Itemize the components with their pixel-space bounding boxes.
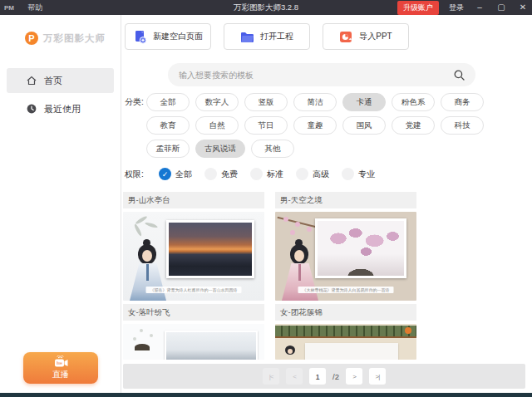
next-page-button[interactable]: >: [346, 368, 362, 385]
pagination-bar: |< < 1 /2 > >|: [123, 364, 525, 389]
template-thumbnail-partial-roof[interactable]: [275, 324, 416, 360]
category-tag[interactable]: 童趣: [293, 116, 337, 135]
template-title-bar[interactable]: 女-落叶纷飞: [123, 304, 264, 321]
app-menu-pm[interactable]: PM: [4, 4, 14, 12]
category-tag[interactable]: 党建: [392, 116, 435, 135]
category-tag[interactable]: 竖版: [244, 93, 288, 111]
maximize-button[interactable]: ▢: [495, 0, 507, 15]
category-filter-row-2: 教育 自然 节日 童趣 国风 党建 科技: [125, 116, 484, 135]
open-project-folder-icon: [240, 31, 254, 43]
mountain-photo: [165, 331, 258, 360]
blossom-decor: [295, 222, 300, 227]
logo-p-icon: P: [25, 32, 38, 45]
category-tag[interactable]: 其他: [251, 140, 294, 158]
category-tag[interactable]: 孟菲斯: [146, 140, 190, 158]
category-tag[interactable]: 节日: [244, 116, 288, 135]
import-ppt-icon: [339, 30, 353, 44]
logo-text: 万彩图影大师: [43, 32, 106, 45]
clock-icon: [27, 104, 37, 114]
category-tag[interactable]: 数字人: [195, 93, 239, 111]
category-tag[interactable]: 自然: [195, 116, 239, 135]
permission-option-professional[interactable]: 专业: [342, 168, 375, 180]
category-filter-row-3: 孟菲斯 古风说话 其他: [125, 140, 294, 158]
search-input[interactable]: [179, 71, 454, 80]
blank-photo: [305, 343, 398, 360]
help-menu[interactable]: 帮助: [27, 2, 42, 13]
template-grid: 男-山水亭台 男-天空之境 《望岳》背景为诗人杜甫所作的一首山水田园诗: [123, 192, 416, 363]
figure-hat-decor: [135, 344, 150, 350]
snow-dot-decor: [150, 334, 153, 337]
radio-unchecked-icon[interactable]: [204, 168, 217, 180]
action-buttons: 新建空白页面 打开工程 导入PPT: [125, 23, 409, 50]
sidebar-item-recent[interactable]: 最近使用: [7, 96, 114, 121]
sidebar-item-label: 首页: [44, 75, 62, 87]
current-page-number: 1: [309, 368, 326, 385]
permission-option-label: 高级: [313, 169, 329, 180]
live-camera-icon: live: [52, 355, 70, 368]
bamboo-leaf-decor: [145, 222, 158, 229]
permission-option-label: 专业: [358, 169, 375, 180]
sidebar-menu: 首页 最近使用: [0, 65, 121, 125]
template-thumbnail-partial-mountains[interactable]: [123, 324, 264, 360]
blossom-photo: [315, 218, 406, 278]
blossom-decor: [307, 227, 312, 232]
category-tag-selected[interactable]: 古风说话: [195, 140, 245, 158]
permission-option-standard[interactable]: 标准: [250, 168, 283, 180]
total-pages: /2: [332, 372, 339, 381]
template-thumbnail-flower-brocade[interactable]: 《大林寺桃花》背景为诗人白居易所作的一首诗: [275, 212, 416, 301]
bamboo-leaf-decor: [133, 223, 142, 237]
blossom-decor: [290, 230, 295, 235]
import-ppt-button[interactable]: 导入PPT: [323, 23, 409, 50]
live-button-label: 直播: [52, 369, 69, 380]
template-title-bar[interactable]: 男-山水亭台: [123, 192, 264, 208]
template-title-bar[interactable]: 女-团花簇锦: [275, 304, 416, 321]
radio-unchecked-icon[interactable]: [342, 168, 354, 180]
sunset-photo: [166, 220, 254, 278]
live-streaming-button[interactable]: live 直播: [23, 352, 98, 384]
snow-dot-decor: [140, 329, 143, 332]
home-icon: [27, 76, 37, 86]
radio-checked-icon[interactable]: ✓: [159, 168, 171, 180]
window-bottom-edge: [0, 393, 532, 397]
template-caption: 《望岳》背景为诗人杜甫所作的一首山水田园诗: [146, 287, 242, 293]
new-blank-page-icon: [133, 30, 147, 44]
minimize-button[interactable]: –: [474, 0, 485, 15]
radio-unchecked-icon[interactable]: [250, 168, 263, 180]
permission-option-advanced[interactable]: 高级: [296, 168, 329, 180]
category-tag[interactable]: 国风: [342, 116, 386, 135]
permission-label: 权限:: [125, 169, 146, 180]
category-tag[interactable]: 简洁: [293, 93, 337, 111]
category-tag-selected[interactable]: 卡通: [342, 93, 386, 111]
template-thumbnail-falling-leaves[interactable]: 《望岳》背景为诗人杜甫所作的一首山水田园诗: [123, 212, 264, 301]
last-page-button[interactable]: >|: [369, 368, 386, 385]
permission-option-label: 标准: [267, 169, 283, 180]
category-filter-row-1: 分类: 全部 数字人 竖版 简洁 卡通 粉色系 商务: [125, 93, 484, 111]
permission-filter-row: 权限: ✓ 全部 免费 标准 高级 专业: [125, 168, 375, 180]
close-button[interactable]: ✕: [517, 0, 529, 15]
category-tag[interactable]: 科技: [441, 116, 484, 135]
permission-option-free[interactable]: 免费: [204, 168, 238, 180]
upgrade-account-button[interactable]: 升级账户: [397, 1, 439, 15]
template-search-bar: [168, 63, 475, 86]
main-content: 新建空白页面 打开工程 导入PPT 分类:: [121, 15, 532, 397]
search-icon[interactable]: [454, 70, 465, 81]
category-tag[interactable]: 全部: [146, 93, 190, 111]
snow-dot-decor: [133, 337, 136, 341]
first-page-button[interactable]: |<: [263, 368, 279, 385]
sidebar-item-home[interactable]: 首页: [7, 68, 114, 93]
sidebar: P 万彩图影大师 首页 最近使用 live 直播: [0, 15, 121, 397]
open-project-button[interactable]: 打开工程: [224, 23, 310, 50]
new-blank-page-button[interactable]: 新建空白页面: [125, 23, 211, 50]
permission-option-label: 免费: [221, 169, 238, 180]
template-caption: 《大林寺桃花》背景为诗人白居易所作的一首诗: [298, 287, 394, 293]
permission-option-all[interactable]: ✓ 全部: [159, 168, 192, 180]
prev-page-button[interactable]: <: [286, 368, 303, 385]
app-logo: P 万彩图影大师: [25, 32, 106, 45]
category-tag[interactable]: 粉色系: [392, 93, 435, 111]
template-title-bar[interactable]: 男-天空之境: [275, 192, 416, 208]
category-tag[interactable]: 教育: [146, 116, 190, 135]
radio-unchecked-icon[interactable]: [296, 168, 308, 180]
blossom-decor: [283, 217, 288, 222]
category-tag[interactable]: 商务: [441, 93, 484, 111]
login-button[interactable]: 登录: [449, 2, 464, 13]
